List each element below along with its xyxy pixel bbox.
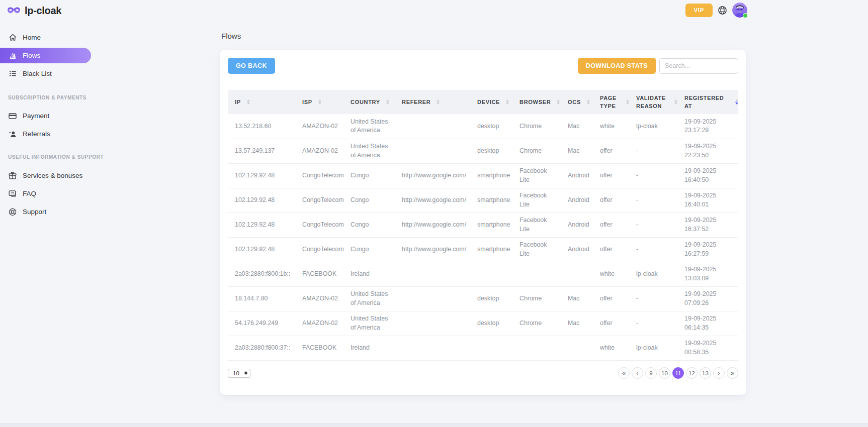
- download-stats-button[interactable]: DOWNLOAD STATS: [578, 58, 656, 74]
- sidebar-item-faq[interactable]: ?! FAQ: [0, 186, 91, 201]
- gift-icon: [8, 171, 17, 180]
- cell-ocs: Android: [561, 163, 593, 188]
- toolbar-right: DOWNLOAD STATS: [578, 58, 738, 74]
- page-button-13[interactable]: 13: [700, 367, 711, 379]
- column-header-device[interactable]: DEVICE: [470, 90, 512, 114]
- cell-country: Congo: [343, 237, 395, 262]
- cell-device: desktop: [470, 139, 512, 163]
- table-footer: 10 «‹910111213›»: [228, 366, 738, 381]
- column-header-page-type[interactable]: PAGE TYPE: [593, 90, 629, 114]
- cell-device: smartphone: [470, 163, 512, 188]
- column-header-ip[interactable]: IP: [228, 90, 295, 114]
- cell-isp: AMAZON-02: [295, 114, 343, 139]
- sidebar-item-label: Black List: [23, 70, 52, 77]
- language-globe-icon[interactable]: [718, 6, 727, 15]
- page-title: Flows: [220, 28, 746, 50]
- cell-validate_reason: lp-cloak: [629, 114, 677, 139]
- table-row: 102.129.92.48CongoTelecomCongohttp://www…: [228, 237, 738, 262]
- column-header-isp[interactable]: ISP: [295, 90, 343, 114]
- sidebar-item-label: Home: [23, 34, 41, 41]
- horizontal-scrollbar-track[interactable]: [0, 423, 868, 427]
- sort-icon: [386, 99, 389, 104]
- column-header-registered-at[interactable]: REGISTERED AT: [677, 90, 738, 114]
- sidebar-item-payment[interactable]: Payment: [0, 108, 91, 124]
- cell-page_type: offer: [593, 311, 629, 336]
- table-row: 102.129.92.48CongoTelecomCongohttp://www…: [228, 163, 738, 188]
- column-label: COUNTRY: [351, 98, 380, 106]
- cell-ip: 102.129.92.48: [228, 237, 295, 262]
- cell-device: [470, 262, 512, 286]
- sort-icon: [587, 99, 590, 104]
- cell-country: United States of America: [343, 139, 395, 163]
- sidebar-item-support[interactable]: Support: [0, 204, 91, 220]
- sidebar-item-services-bonuses[interactable]: Services & bonuses: [0, 168, 91, 183]
- cell-ocs: [561, 336, 593, 360]
- table-row: 13.57.249.137AMAZON-02United States of A…: [228, 139, 738, 163]
- cell-page_type: offer: [593, 212, 629, 237]
- next-page-button[interactable]: ›: [713, 367, 725, 379]
- vip-button[interactable]: VIP: [685, 4, 713, 17]
- page-button-9[interactable]: 9: [645, 367, 657, 379]
- prev-page-button[interactable]: ‹: [632, 367, 643, 379]
- lifebuoy-icon: [8, 207, 17, 217]
- pagination: «‹910111213›»: [618, 367, 738, 379]
- sidebar-item-label: FAQ: [23, 190, 36, 197]
- cell-validate_reason: -: [629, 212, 677, 237]
- column-label: OCS: [568, 98, 581, 106]
- page-button-11[interactable]: 11: [672, 367, 684, 379]
- cell-isp: CongoTelecom: [295, 212, 343, 237]
- cell-referer: [395, 311, 470, 336]
- cell-isp: AMAZON-02: [295, 139, 343, 163]
- search-input[interactable]: [659, 58, 738, 74]
- sidebar-item-label: Support: [23, 208, 46, 216]
- column-header-ocs[interactable]: OCS: [561, 90, 593, 114]
- column-header-browser[interactable]: BROWSER: [512, 90, 561, 114]
- cell-country: United States of America: [343, 286, 395, 311]
- home-icon: [8, 33, 17, 42]
- cell-device: desktop: [470, 286, 512, 311]
- column-header-referer[interactable]: REFERER: [395, 90, 470, 114]
- user-avatar[interactable]: [732, 3, 747, 18]
- cell-registered_at: 19-09-2025 06:14:35: [677, 311, 738, 336]
- cell-country: Congo: [343, 163, 395, 188]
- sort-icon-active: [735, 99, 738, 104]
- page-size-select[interactable]: 10: [228, 369, 250, 378]
- sidebar-nav: Home Flows Black List: [0, 30, 91, 222]
- column-label: DEVICE: [477, 98, 500, 106]
- cell-referer: http://www.google.com/: [395, 188, 470, 212]
- cell-page_type: white: [593, 336, 629, 360]
- go-back-button[interactable]: GO BACK: [228, 58, 275, 74]
- cell-registered_at: 19-09-2025 22:23:50: [677, 139, 738, 163]
- table-body: 13.52.218.60AMAZON-02United States of Am…: [228, 114, 738, 360]
- cell-registered_at: 19-09-2025 00:58:35: [677, 336, 738, 360]
- page-button-10[interactable]: 10: [659, 367, 670, 379]
- card-toolbar: GO BACK DOWNLOAD STATS: [228, 58, 738, 90]
- sidebar-item-referrals[interactable]: Referrals: [0, 126, 91, 142]
- cell-ip: 102.129.92.48: [228, 212, 295, 237]
- last-page-button[interactable]: »: [727, 367, 738, 379]
- table-row: 54.176.249.249AMAZON-02United States of …: [228, 311, 738, 336]
- cell-registered_at: 19-09-2025 23:17:29: [677, 114, 738, 139]
- cell-country: Ireland: [343, 262, 395, 286]
- column-label: PAGE TYPE: [600, 94, 620, 111]
- first-page-button[interactable]: «: [618, 367, 630, 379]
- cell-page_type: white: [593, 114, 629, 139]
- cell-ip: 54.176.249.249: [228, 311, 295, 336]
- column-header-validate-reason[interactable]: VALIDATE REASON: [629, 90, 677, 114]
- page-button-12[interactable]: 12: [686, 367, 698, 379]
- cell-isp: AMAZON-02: [295, 311, 343, 336]
- sidebar-item-flows[interactable]: Flows: [0, 48, 91, 63]
- cell-device: smartphone: [470, 237, 512, 262]
- cell-country: Congo: [343, 188, 395, 212]
- section-header-text: USEFUL INFORMATION & SUPPORT: [8, 154, 104, 160]
- cell-browser: [512, 262, 561, 286]
- cell-page_type: offer: [593, 237, 629, 262]
- cell-browser: Facebook Lite: [512, 237, 561, 262]
- column-label: ISP: [302, 98, 312, 106]
- cell-country: Congo: [343, 212, 395, 237]
- logo-text: lp-cloak: [25, 5, 61, 17]
- column-header-country[interactable]: COUNTRY: [343, 90, 395, 114]
- sidebar-item-home[interactable]: Home: [0, 30, 91, 45]
- cell-page_type: offer: [593, 286, 629, 311]
- sidebar-item-black-list[interactable]: Black List: [0, 66, 91, 81]
